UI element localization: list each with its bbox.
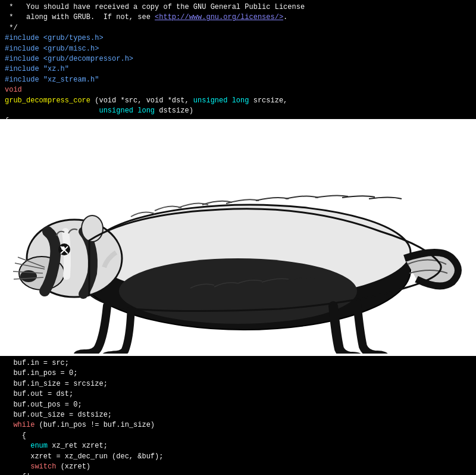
code-line: unsigned long dstsize) — [5, 106, 471, 116]
code-line: #include "xz_stream.h" — [5, 75, 471, 85]
code-line: void — [5, 85, 471, 95]
code-line: #include "xz.h" — [5, 64, 471, 74]
top-code-panel: * You should have received a copy of the… — [0, 0, 476, 119]
badger-illustration — [12, 121, 464, 354]
code-line: { — [5, 431, 471, 441]
code-line: xzret = xz_dec_run (dec, &buf); — [5, 452, 471, 462]
code-line: enum xz_ret xzret; — [5, 441, 471, 451]
code-line: grub_decompress_core (void *src, void *d… — [5, 96, 471, 106]
code-line: #include <grub/types.h> — [5, 33, 471, 43]
code-line: while (buf.in_pos != buf.in_size) — [5, 420, 471, 430]
code-line: buf.out_pos = 0; — [5, 400, 471, 410]
code-line: {| — [5, 472, 471, 475]
svg-point-2 — [119, 258, 357, 324]
badger-panel — [0, 119, 476, 356]
code-line: #include <grub/decompressor.h> — [5, 54, 471, 64]
code-line: * along with GRUB. If not, see <http://w… — [5, 12, 471, 23]
code-line: buf.in_size = srcsize; — [5, 379, 471, 389]
code-line: buf.in_pos = 0; — [5, 368, 471, 379]
code-line: switch (xzret) — [5, 462, 471, 472]
code-line: #include <grub/misc.h> — [5, 44, 471, 54]
bottom-code-panel: buf.in = src; buf.in_pos = 0; buf.in_siz… — [0, 356, 476, 475]
code-line: */ — [5, 23, 471, 33]
code-line: buf.out_size = dstsize; — [5, 410, 471, 420]
code-line: buf.in = src; — [5, 358, 471, 368]
code-line: * You should have received a copy of the… — [5, 2, 471, 12]
code-line: buf.out = dst; — [5, 389, 471, 399]
